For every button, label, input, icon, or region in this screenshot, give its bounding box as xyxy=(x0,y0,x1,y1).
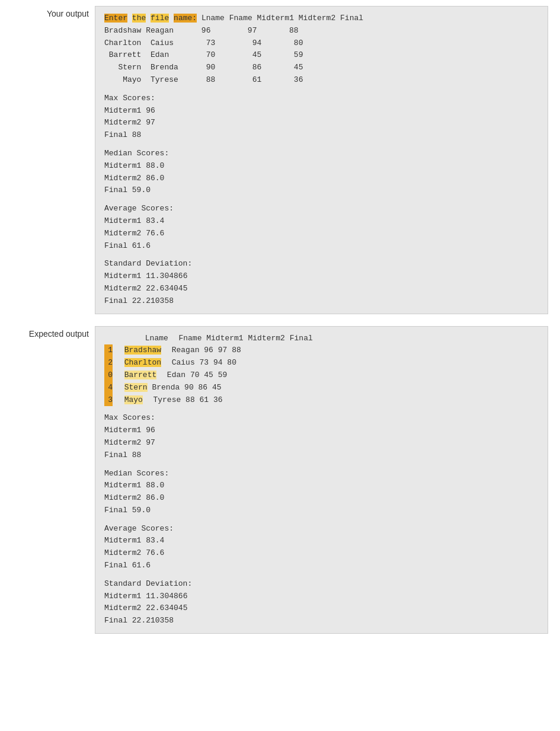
row2-fname: Caius xyxy=(172,358,195,367)
exp-max-final: Final 88 xyxy=(104,449,539,462)
exp-std-dev-m1: Midterm1 11.304866 xyxy=(104,590,539,603)
your-std-dev-m2: Midterm2 22.634045 xyxy=(104,283,539,295)
exp-std-dev-label: Standard Deviation: xyxy=(104,578,539,590)
your-max-m2: Midterm2 97 xyxy=(104,117,539,129)
your-max-m1: Midterm1 96 xyxy=(104,105,539,117)
your-median-label: Median Scores: xyxy=(104,148,539,160)
exp-max-label: Max Scores: xyxy=(104,412,539,424)
row1-m2: 97 xyxy=(218,346,228,355)
your-max-final: Final 88 xyxy=(104,129,539,142)
row2-lname: Charlton xyxy=(124,358,161,367)
prompt-word-enter: Enter xyxy=(104,14,127,23)
exp-average-scores-section: Average Scores: Midterm1 83.4 Midterm2 7… xyxy=(104,523,539,572)
row3-m2: 61 xyxy=(200,395,209,404)
your-std-dev-section: Standard Deviation: Midterm1 11.304866 M… xyxy=(104,258,539,307)
exp-max-scores-section: Max Scores: Midterm1 96 Midterm2 97 Fina… xyxy=(104,412,539,461)
table-row: 2 Charlton Caius 73 94 80 xyxy=(104,357,539,369)
your-std-dev-m1: Midterm1 11.304866 xyxy=(104,270,539,283)
your-std-dev-final: Final 22.210358 xyxy=(104,295,539,308)
col-header-fname: Fname xyxy=(229,14,252,23)
expected-output-section: Expected output Lname Fname Midterm1 Mid… xyxy=(12,326,548,634)
expected-data-rows: 1 Bradshaw Reagan 96 97 88 xyxy=(104,344,539,406)
your-output-box: Enter the file name: Lname Fname Midterm… xyxy=(95,6,548,314)
row-num-0: 0 xyxy=(104,369,113,382)
row4-final: 45 xyxy=(212,383,222,392)
your-average-label: Average Scores: xyxy=(104,203,539,215)
row1-m1: 96 xyxy=(204,346,213,355)
exp-median-m2: Midterm2 86.0 xyxy=(104,492,539,505)
row0-m2: 45 xyxy=(204,371,213,379)
row-num-3: 3 xyxy=(104,394,113,407)
prompt-word-name: name: xyxy=(174,14,197,23)
exp-col-midterm2: Midterm2 xyxy=(248,334,285,343)
exp-average-m1: Midterm1 83.4 xyxy=(104,535,539,547)
your-output-section: Your output Enter the file name: Lname F… xyxy=(12,6,548,314)
row1-final: 88 xyxy=(232,346,241,355)
row2-final: 80 xyxy=(227,358,236,367)
col-header-midterm2: Midterm2 xyxy=(299,14,335,23)
row3-lname: Mayo xyxy=(124,395,143,404)
expected-output-label: Expected output xyxy=(12,326,89,339)
col-header-midterm1: Midterm1 xyxy=(257,14,294,23)
your-std-dev-label: Standard Deviation: xyxy=(104,258,539,270)
row0-fname: Edan xyxy=(167,371,185,379)
row-num-4: 4 xyxy=(104,382,113,394)
exp-median-scores-section: Median Scores: Midterm1 88.0 Midterm2 86… xyxy=(104,468,539,517)
row1-fname: Reagan xyxy=(172,346,200,355)
exp-col-final: Final xyxy=(290,334,313,343)
exp-std-dev-m2: Midterm2 22.634045 xyxy=(104,602,539,615)
table-row: 0 Barrett Edan 70 45 59 xyxy=(104,369,539,382)
row2-m1: 73 xyxy=(200,358,209,367)
expected-output-box: Lname Fname Midterm1 Midterm2 Final 1 Br… xyxy=(95,326,548,634)
expected-header-line: Lname Fname Midterm1 Midterm2 Final xyxy=(104,333,539,345)
exp-std-dev-section: Standard Deviation: Midterm1 11.304866 M… xyxy=(104,578,539,627)
row1-lname: Bradshaw xyxy=(124,346,161,355)
exp-average-m2: Midterm2 76.6 xyxy=(104,547,539,560)
table-row: 3 Mayo Tyrese 88 61 36 xyxy=(104,394,539,407)
exp-average-final: Final 61.6 xyxy=(104,560,539,572)
exp-std-dev-final: Final 22.210358 xyxy=(104,615,539,627)
row0-final: 59 xyxy=(218,371,228,379)
row-num-1: 1 xyxy=(104,344,113,357)
col-header-lname: Lname xyxy=(201,14,225,23)
row0-lname: Barrett xyxy=(124,371,157,379)
your-median-m1: Midterm1 88.0 xyxy=(104,160,539,173)
your-average-m2: Midterm2 76.6 xyxy=(104,228,539,240)
exp-average-label: Average Scores: xyxy=(104,523,539,535)
row4-fname: Brenda xyxy=(152,383,180,392)
row4-m1: 90 xyxy=(184,383,194,392)
your-average-final: Final 61.6 xyxy=(104,240,539,253)
row4-m2: 86 xyxy=(199,383,208,392)
your-average-scores-section: Average Scores: Midterm1 83.4 Midterm2 7… xyxy=(104,203,539,252)
exp-median-label: Median Scores: xyxy=(104,468,539,480)
exp-max-m2: Midterm2 97 xyxy=(104,437,539,449)
your-average-m1: Midterm1 83.4 xyxy=(104,215,539,228)
row0-m1: 70 xyxy=(190,371,200,379)
row3-fname: Tyrese xyxy=(153,395,181,404)
exp-col-midterm1: Midterm1 xyxy=(206,334,243,343)
prompt-word-file: file xyxy=(151,14,169,23)
row2-m2: 94 xyxy=(213,358,223,367)
exp-median-m1: Midterm1 88.0 xyxy=(104,480,539,492)
page-wrapper: Your output Enter the file name: Lname F… xyxy=(0,0,560,640)
col-header-final: Final xyxy=(340,14,363,23)
row-num-2: 2 xyxy=(104,357,113,369)
row3-m1: 88 xyxy=(185,395,195,404)
your-median-m2: Midterm2 86.0 xyxy=(104,173,539,185)
your-max-scores-section: Max Scores: Midterm1 96 Midterm2 97 Fina… xyxy=(104,92,539,142)
your-output-label: Your output xyxy=(12,6,89,18)
exp-col-lname: Lname xyxy=(121,333,168,345)
your-median-final: Final 59.0 xyxy=(104,184,539,197)
exp-max-m1: Midterm1 96 xyxy=(104,424,539,437)
your-max-label: Max Scores: xyxy=(104,92,539,105)
your-output-data-rows: Bradshaw Reagan 96 97 88 Charlton Caius … xyxy=(104,25,539,87)
prompt-word-the: the xyxy=(132,14,146,23)
table-row: 1 Bradshaw Reagan 96 97 88 xyxy=(104,344,539,357)
exp-col-fname: Fname xyxy=(178,334,201,343)
row4-lname: Stern xyxy=(124,383,148,392)
row3-final: 36 xyxy=(213,395,223,404)
your-median-scores-section: Median Scores: Midterm1 88.0 Midterm2 86… xyxy=(104,148,539,197)
prompt-line: Enter the file name: Lname Fname Midterm… xyxy=(104,12,539,25)
exp-median-final: Final 59.0 xyxy=(104,505,539,517)
table-row: 4 Stern Brenda 90 86 45 xyxy=(104,382,539,394)
